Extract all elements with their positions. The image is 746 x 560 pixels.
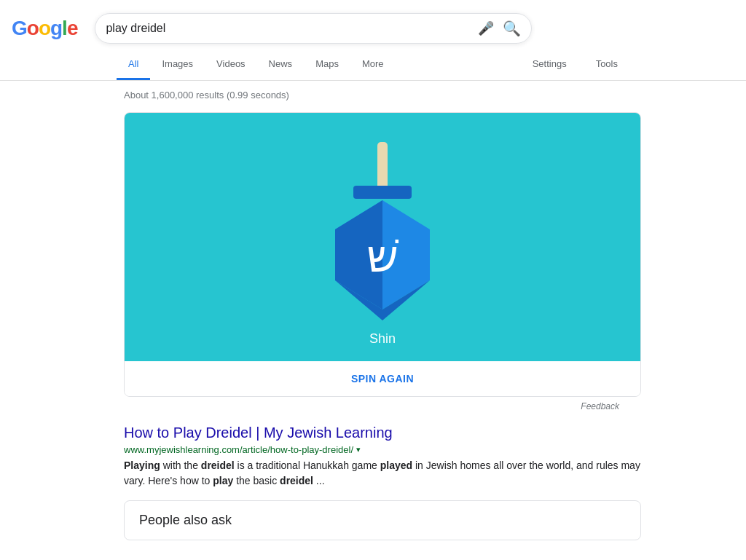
logo-letter-e: e (67, 17, 78, 39)
snippet-dreidel2: dreidel (280, 475, 313, 486)
tab-settings[interactable]: Settings (521, 50, 578, 80)
shin-label: Shin (369, 331, 396, 347)
content: About 1,600,000 results (0.99 seconds) (0, 81, 746, 549)
dreidel-svg: שׁ (302, 135, 463, 324)
header: Google play dreidel 🎤 🔍 All Images Video… (0, 0, 746, 81)
snippet-playing: Playing (124, 460, 160, 471)
logo-letter-o2: o (39, 17, 50, 39)
feedback-link[interactable]: Feedback (581, 401, 619, 411)
snippet-played: played (380, 460, 412, 471)
tab-maps[interactable]: Maps (304, 50, 350, 80)
tab-images[interactable]: Images (150, 50, 205, 80)
snippet-play: play (213, 475, 233, 486)
microphone-icon[interactable]: 🎤 (478, 20, 494, 36)
dreidel-display: שׁ Shin (125, 113, 640, 361)
people-also-ask-title: People also ask (139, 513, 232, 527)
url-dropdown-icon[interactable]: ▾ (356, 445, 361, 454)
spin-again-button[interactable]: SPIN AGAIN (351, 373, 414, 384)
tab-all[interactable]: All (117, 50, 150, 80)
feedback-row: Feedback (124, 400, 622, 413)
result-url: www.myjewishlearning.com/article/how-to-… (124, 444, 353, 455)
nav-right: Settings Tools (521, 50, 629, 80)
search-icon[interactable]: 🔍 (503, 20, 521, 37)
logo-letter-g: G (12, 17, 27, 39)
results-count: About 1,600,000 results (0.99 seconds) (124, 90, 622, 100)
spin-again-container: SPIN AGAIN (125, 361, 640, 396)
result-snippet: Playing with the dreidel is a traditiona… (124, 458, 641, 489)
snippet-text1: with the (160, 460, 201, 471)
snippet-dreidel1: dreidel (201, 460, 235, 471)
svg-rect-0 (377, 142, 388, 189)
svg-text:שׁ: שׁ (366, 231, 399, 281)
tab-tools[interactable]: Tools (584, 50, 629, 80)
snippet-text4: the basic (233, 475, 280, 486)
result-title[interactable]: How to Play Dreidel | My Jewish Learning (124, 425, 641, 441)
tab-videos[interactable]: Videos (205, 50, 257, 80)
nav-tabs: All Images Videos News Maps More Setting… (0, 50, 746, 80)
search-input[interactable]: play dreidel (106, 22, 478, 35)
google-logo[interactable]: Google (12, 17, 77, 40)
people-also-ask: People also ask (124, 500, 641, 540)
svg-rect-1 (353, 186, 412, 199)
logo-letter-o1: o (27, 17, 39, 39)
dreidel-svg-container: שׁ Shin (302, 135, 463, 347)
logo-letter-l: l (62, 17, 67, 39)
snippet-text2: is a traditional Hanukkah game (235, 460, 380, 471)
search-result: How to Play Dreidel | My Jewish Learning… (124, 425, 641, 489)
tab-news[interactable]: News (257, 50, 305, 80)
logo-letter-g2: g (50, 17, 62, 39)
result-url-row: www.myjewishlearning.com/article/how-to-… (124, 444, 641, 455)
header-top: Google play dreidel 🎤 🔍 (0, 7, 746, 50)
snippet-ellipsis: ... (313, 475, 325, 486)
search-icons: 🎤 🔍 (478, 20, 521, 37)
dreidel-widget: שׁ Shin SPIN AGAIN (124, 112, 641, 397)
search-bar: play dreidel 🎤 🔍 (95, 13, 532, 44)
tab-more[interactable]: More (350, 50, 396, 80)
